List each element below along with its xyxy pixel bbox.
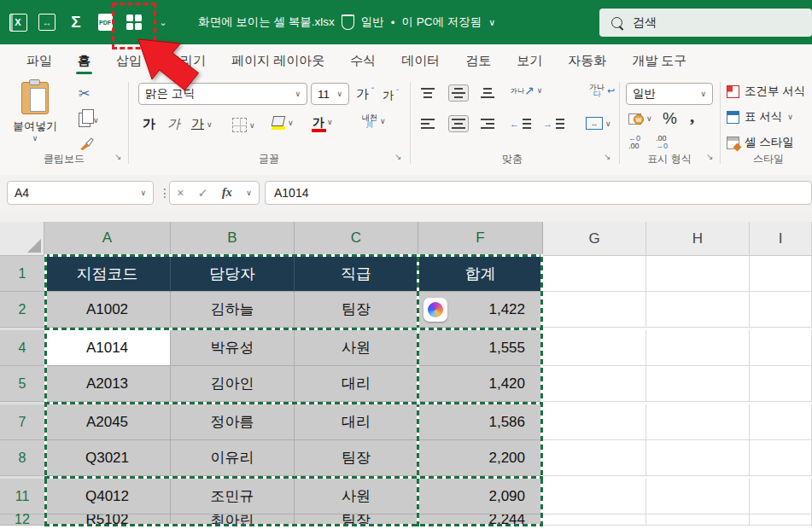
cell-A2[interactable]: A1002 bbox=[44, 292, 171, 328]
underline-button[interactable]: 가∨ bbox=[191, 116, 213, 132]
align-top-button[interactable] bbox=[420, 87, 435, 99]
cell-A7[interactable]: A2045 bbox=[44, 404, 171, 440]
phonetic-button[interactable]: 내천 川 ∨ bbox=[362, 114, 386, 128]
cell-F7[interactable]: 1,586 bbox=[418, 404, 543, 440]
decrease-font-button[interactable]: 가ˇ bbox=[383, 88, 399, 103]
row-header-12[interactable]: 12 bbox=[0, 514, 44, 526]
enter-icon[interactable]: ✓ bbox=[198, 186, 208, 200]
decrease-decimal-button[interactable]: ←0.00 bbox=[628, 135, 640, 150]
tab-0[interactable]: 파일 bbox=[14, 44, 65, 77]
copy-button[interactable]: ∨ bbox=[79, 113, 99, 127]
cut-button[interactable]: ✂ bbox=[79, 85, 90, 102]
column-header-I[interactable]: I bbox=[750, 222, 812, 256]
cell-H5[interactable] bbox=[646, 366, 750, 402]
comma-style-button[interactable]: , bbox=[690, 106, 694, 127]
cell-G4[interactable] bbox=[543, 330, 646, 366]
cell-B2[interactable]: 김하늘 bbox=[171, 292, 295, 328]
align-right-button[interactable] bbox=[480, 118, 495, 130]
tab-4[interactable]: 페이지 레이아웃 bbox=[219, 44, 337, 77]
cell-I12[interactable] bbox=[750, 514, 812, 526]
row-header-1[interactable]: 1 bbox=[0, 256, 44, 292]
row-header-4[interactable]: 4 bbox=[0, 330, 44, 366]
cell-I4[interactable] bbox=[750, 330, 812, 366]
cell-I5[interactable] bbox=[750, 366, 812, 402]
title-chevron-icon[interactable]: ∨ bbox=[488, 17, 495, 28]
cell-A5[interactable]: A2013 bbox=[44, 366, 171, 402]
cell-C8[interactable]: 팀장 bbox=[295, 440, 418, 476]
increase-indent-button[interactable]: → bbox=[543, 118, 565, 130]
copilot-icon[interactable] bbox=[424, 298, 447, 322]
wrap-text-button[interactable]: 가나 다 ↩ bbox=[589, 84, 615, 97]
align-center-button[interactable] bbox=[448, 115, 469, 132]
clipboard-dialog-launcher[interactable]: ↘ bbox=[114, 152, 121, 161]
alignment-dialog-launcher[interactable]: ↘ bbox=[604, 152, 610, 161]
paste-button[interactable]: 붙여넣기 ∨ bbox=[9, 82, 61, 152]
cell-H1[interactable] bbox=[646, 256, 750, 292]
cell-I11[interactable] bbox=[750, 479, 812, 514]
cell-F4[interactable]: 1,555 bbox=[418, 330, 543, 366]
cell-B11[interactable]: 조민규 bbox=[171, 479, 295, 514]
cell-F11[interactable]: 2,090 bbox=[418, 479, 543, 514]
cell-C11[interactable]: 사원 bbox=[295, 479, 418, 514]
cell-C2[interactable]: 팀장 bbox=[295, 292, 418, 328]
name-box[interactable]: A4∨ bbox=[7, 181, 154, 205]
column-header-A[interactable]: A bbox=[44, 222, 171, 256]
number-format-select[interactable]: 일반∨ bbox=[626, 83, 713, 105]
save-status[interactable]: 이 PC에 저장됨 bbox=[402, 15, 482, 30]
cell-A1[interactable]: 지점코드 bbox=[44, 256, 171, 292]
column-header-H[interactable]: H bbox=[646, 222, 750, 256]
column-header-B[interactable]: B bbox=[171, 222, 295, 256]
cell-H12[interactable] bbox=[646, 514, 750, 526]
align-middle-button[interactable] bbox=[448, 84, 469, 102]
cell-H2[interactable] bbox=[646, 292, 750, 328]
column-header-G[interactable]: G bbox=[543, 222, 646, 256]
cell-I2[interactable] bbox=[750, 292, 812, 328]
column-header-C[interactable]: C bbox=[295, 222, 418, 256]
conditional-formatting-button[interactable]: 조건부 서식 bbox=[727, 84, 805, 99]
cell-H7[interactable] bbox=[646, 404, 750, 440]
cell-G12[interactable] bbox=[543, 514, 646, 526]
cancel-icon[interactable]: × bbox=[177, 186, 184, 200]
row-header-5[interactable]: 5 bbox=[0, 366, 44, 402]
merge-center-button[interactable]: ↔ ∨ bbox=[586, 117, 611, 130]
decrease-indent-button[interactable]: ← bbox=[510, 118, 532, 130]
cell-B8[interactable]: 이유리 bbox=[171, 440, 295, 476]
cell-C5[interactable]: 대리 bbox=[295, 366, 418, 402]
fill-color-button[interactable]: ∨ bbox=[272, 116, 294, 130]
row-header-11[interactable]: 11 bbox=[0, 479, 44, 514]
cell-B1[interactable]: 담당자 bbox=[171, 256, 295, 292]
align-bottom-button[interactable] bbox=[480, 87, 495, 99]
tab-1[interactable]: 홈 bbox=[65, 44, 103, 77]
cell-G5[interactable] bbox=[543, 366, 646, 402]
cell-styles-button[interactable]: 셀 스타일 bbox=[727, 135, 794, 150]
tab-10[interactable]: 개발 도구 bbox=[619, 44, 699, 77]
cell-G1[interactable] bbox=[543, 256, 646, 292]
cell-I1[interactable] bbox=[750, 256, 812, 292]
sensitivity-badge[interactable]: 일반 bbox=[361, 15, 384, 30]
number-dialog-launcher[interactable]: ↘ bbox=[706, 152, 713, 161]
format-as-table-button[interactable]: 표 서식∨ bbox=[727, 109, 793, 125]
accounting-format-button[interactable]: ₩ ∨ bbox=[628, 113, 652, 125]
tab-6[interactable]: 데이터 bbox=[388, 44, 453, 77]
tab-8[interactable]: 보기 bbox=[504, 44, 555, 77]
cell-H11[interactable] bbox=[646, 479, 750, 514]
cell-G7[interactable] bbox=[543, 404, 646, 440]
tab-5[interactable]: 수식 bbox=[337, 44, 388, 77]
tab-9[interactable]: 자동화 bbox=[555, 44, 619, 77]
cell-I8[interactable] bbox=[750, 440, 812, 476]
cell-F2[interactable]: 1,422 bbox=[418, 292, 543, 328]
tab-7[interactable]: 검토 bbox=[453, 44, 504, 77]
cell-G8[interactable] bbox=[543, 440, 646, 476]
row-header-7[interactable]: 7 bbox=[0, 404, 44, 440]
row-header-2[interactable]: 2 bbox=[0, 292, 44, 328]
autosum-icon[interactable]: Σ bbox=[61, 0, 91, 44]
cell-F5[interactable]: 1,420 bbox=[418, 366, 543, 402]
cell-C1[interactable]: 직급 bbox=[295, 256, 418, 292]
cell-C7[interactable]: 대리 bbox=[295, 404, 418, 440]
cell-F1[interactable]: 합계 bbox=[418, 256, 543, 292]
percent-style-button[interactable]: % bbox=[663, 109, 677, 128]
search-input[interactable]: 검색 bbox=[599, 9, 812, 37]
orientation-button[interactable]: 가나 ↗ ∨ bbox=[511, 84, 542, 97]
cell-A8[interactable]: Q3021 bbox=[44, 440, 171, 476]
cell-I7[interactable] bbox=[750, 404, 812, 440]
